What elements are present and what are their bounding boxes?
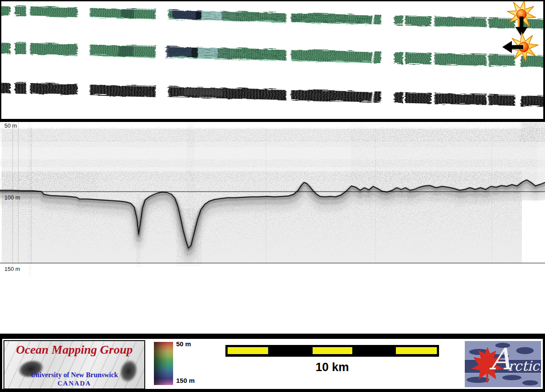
depth-label-150m: 150 m [4,266,20,272]
scale-bar-segment [396,347,437,354]
colorbar-label-150m: 150 m [176,377,195,384]
omg-logo-country: CANADA [4,380,144,387]
subbottom-profile-panel: 50 m 100 m 150 m [0,122,545,334]
omg-logo-subtitle: University of New Brunswick [4,371,144,379]
footer-panel: Ocean Mapping Group University of New Br… [2,339,543,389]
footer-bar: Ocean Mapping Group University of New Br… [0,334,545,392]
scale-bar-segment [228,347,268,354]
depth-fade [2,209,522,263]
sidescan-strip [0,81,545,106]
omg-logo-title: Ocean Mapping Group [4,343,144,357]
swath-strip-upper [0,5,545,28]
arcticnet-wordmark: rcticNet [508,359,541,373]
depth-label-50m: 50 m [4,122,17,129]
depth-colorbar [154,342,173,385]
bathymetry-swath-panel [0,0,545,122]
scale-bar-segment [313,347,352,354]
scale-bar-label: 10 km [225,361,439,374]
swath-strip-lower [0,41,545,67]
water-column-streak [187,129,194,212]
depth-label-100m: 100 m [4,194,20,201]
noise-region [366,129,522,194]
arcticnet-logo: A rcticNet [465,341,541,387]
survey-figure-root: 50 m 100 m 150 m Ocean Mapping Group Uni… [0,0,545,392]
scale-bar [225,345,439,357]
noise-region [522,123,545,140]
echogram-graphic [0,122,545,334]
swath-strips-graphic [0,0,545,122]
colorbar-label-50m: 50 m [176,340,191,348]
omg-logo: Ocean Mapping Group University of New Br… [3,340,145,389]
